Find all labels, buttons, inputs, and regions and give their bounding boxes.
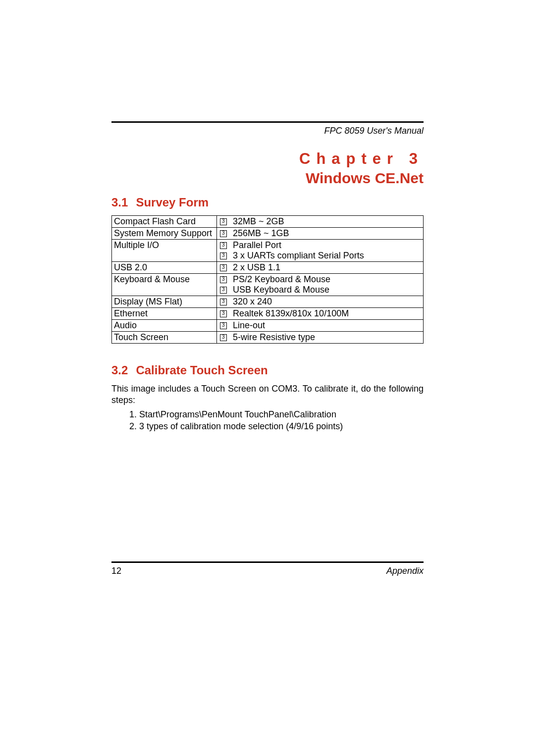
table-row: USB 2.02 x USB 1.1 (112, 262, 424, 274)
section-number: 3.1 (111, 196, 128, 209)
section-title: Survey Form (136, 196, 209, 209)
row-values: 32MB ~ 2GB (217, 216, 424, 228)
bullet-box-icon (220, 242, 227, 249)
section-heading-calibrate: 3.2Calibrate Touch Screen (111, 363, 424, 377)
row-label: Ethernet (112, 308, 217, 320)
row-label: Compact Flash Card (112, 216, 217, 228)
bullet-box-icon (220, 218, 227, 225)
section-heading-survey: 3.1Survey Form (111, 196, 424, 209)
header-rule (111, 121, 424, 123)
list-item: USB Keyboard & Mouse (219, 285, 421, 295)
step-item: 2. 3 types of calibration mode selection… (129, 420, 424, 432)
row-values: 256MB ~ 1GB (217, 228, 424, 240)
page-footer: 12 Appendix (111, 561, 424, 576)
table-row: Touch Screen5-wire Resistive type (112, 332, 424, 344)
row-values: Parallel Port3 x UARTs compliant Serial … (217, 240, 424, 262)
row-label: System Memory Support (112, 228, 217, 240)
item-text: 2 x USB 1.1 (233, 262, 280, 272)
row-values: 320 x 240 (217, 296, 424, 308)
bullet-box-icon (220, 264, 227, 271)
list-item: 320 x 240 (219, 297, 421, 307)
bullet-box-icon (220, 230, 227, 237)
row-values: 5-wire Resistive type (217, 332, 424, 344)
page-number: 12 (111, 566, 121, 576)
calibrate-intro: This image includes a Touch Screen on CO… (111, 383, 424, 406)
item-text: USB Keyboard & Mouse (233, 285, 329, 295)
table-row: Multiple I/OParallel Port3 x UARTs compl… (112, 240, 424, 262)
table-row: EthernetRealtek 8139x/810x 10/100M (112, 308, 424, 320)
row-values: Line-out (217, 320, 424, 332)
calibrate-steps: 1. Start\Programs\PenMount TouchPanel\Ca… (111, 408, 424, 433)
row-label: Keyboard & Mouse (112, 274, 217, 296)
row-label: USB 2.0 (112, 262, 217, 274)
row-label: Display (MS Flat) (112, 296, 217, 308)
table-row: Display (MS Flat)320 x 240 (112, 296, 424, 308)
survey-table: Compact Flash Card32MB ~ 2GBSystem Memor… (111, 215, 424, 344)
item-text: 320 x 240 (233, 297, 272, 306)
item-text: PS/2 Keyboard & Mouse (233, 274, 330, 284)
section-number: 3.2 (111, 363, 128, 377)
chapter-title: Windows CE.Net (111, 170, 424, 187)
footer-rule (111, 561, 424, 563)
row-label: Multiple I/O (112, 240, 217, 262)
bullet-box-icon (220, 322, 227, 329)
item-text: 256MB ~ 1GB (233, 228, 289, 238)
table-row: Compact Flash Card32MB ~ 2GB (112, 216, 424, 228)
item-text: Parallel Port (233, 240, 281, 250)
step-item: 1. Start\Programs\PenMount TouchPanel\Ca… (129, 408, 424, 420)
bullet-box-icon (220, 310, 227, 317)
row-values: PS/2 Keyboard & MouseUSB Keyboard & Mous… (217, 274, 424, 296)
table-row: System Memory Support256MB ~ 1GB (112, 228, 424, 240)
bullet-box-icon (220, 276, 227, 283)
item-text: 32MB ~ 2GB (233, 216, 284, 226)
item-text: 5-wire Resistive type (233, 332, 315, 342)
list-item: PS/2 Keyboard & Mouse (219, 274, 421, 285)
item-text: Line-out (233, 320, 265, 330)
row-label: Audio (112, 320, 217, 332)
row-values: Realtek 8139x/810x 10/100M (217, 308, 424, 320)
chapter-label: Chapter 3 (111, 150, 424, 168)
item-text: 3 x UARTs compliant Serial Ports (233, 251, 364, 260)
bullet-box-icon (220, 252, 227, 259)
table-row: Keyboard & MousePS/2 Keyboard & MouseUSB… (112, 274, 424, 296)
header-manual-title: FPC 8059 User's Manual (111, 126, 424, 136)
bullet-box-icon (220, 287, 227, 294)
list-item: 5-wire Resistive type (219, 332, 421, 343)
list-item: Line-out (219, 320, 421, 331)
row-label: Touch Screen (112, 332, 217, 344)
list-item: Parallel Port (219, 240, 421, 251)
row-values: 2 x USB 1.1 (217, 262, 424, 274)
list-item: Realtek 8139x/810x 10/100M (219, 308, 421, 319)
section-title: Calibrate Touch Screen (136, 363, 268, 377)
list-item: 256MB ~ 1GB (219, 228, 421, 239)
table-row: AudioLine-out (112, 320, 424, 332)
list-item: 2 x USB 1.1 (219, 262, 421, 273)
bullet-box-icon (220, 299, 227, 305)
item-text: Realtek 8139x/810x 10/100M (233, 308, 349, 318)
footer-section: Appendix (386, 566, 424, 576)
bullet-box-icon (220, 334, 227, 341)
list-item: 3 x UARTs compliant Serial Ports (219, 251, 421, 261)
list-item: 32MB ~ 2GB (219, 216, 421, 227)
